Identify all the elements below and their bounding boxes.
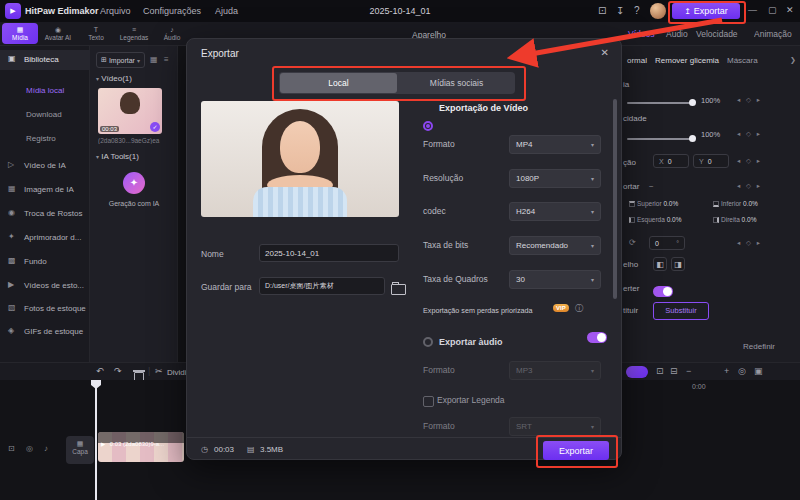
rotation-field[interactable]: 0 ° (649, 236, 685, 250)
crop-right-cell[interactable]: Direita 0.0% (713, 216, 756, 223)
sidebar-item-download[interactable]: Download (26, 110, 62, 119)
flip-horizontal-icon[interactable]: ◧ (653, 257, 667, 271)
rotate-icon[interactable]: ⟳ (629, 238, 636, 247)
sidebar-item-video-ia[interactable]: ▷ Vídeo de IA (0, 158, 90, 178)
crop-keyframe-controls[interactable]: ◂ ◇ ▸ (737, 182, 762, 190)
sidebar-item-registro[interactable]: Registro (26, 134, 56, 143)
help-icon[interactable]: ? (634, 5, 640, 16)
redo-icon[interactable]: ↷ (114, 366, 122, 376)
resolution-select[interactable]: 1080P ▾ (509, 169, 601, 188)
sidebar-item-midia-local[interactable]: Mídia local (26, 86, 64, 95)
panel-tab-videos[interactable]: Vídeos (628, 29, 654, 39)
avatar[interactable] (650, 3, 666, 19)
rotation-keyframe-controls[interactable]: ◂ ◇ ▸ (737, 239, 762, 247)
export-button-dialog[interactable]: Exportar (543, 441, 609, 460)
panel-tab-animacao[interactable]: Animação (754, 29, 798, 39)
invert-toggle[interactable] (653, 286, 673, 297)
sidebar-item-gifs-estoque[interactable]: ◈ GIFs de estoque (0, 324, 90, 344)
dialog-scrollbar[interactable] (613, 99, 617, 299)
close-window-button[interactable]: ✕ (786, 5, 794, 15)
sidebar-item-videos-estoque[interactable]: ▶ Vídeos de esto... (0, 278, 90, 298)
preview-mode-toggle[interactable] (626, 366, 648, 378)
menu-arquivo[interactable]: Arquivo (100, 6, 131, 16)
redefinir-link[interactable]: Redefinir (743, 342, 775, 351)
sidebar-item-biblioteca[interactable]: ▣ Biblioteca (0, 50, 90, 70)
sidebar-item-fotos-estoque[interactable]: ▧ Fotos de estoque (0, 301, 90, 321)
dialog-tab-midias-sociais[interactable]: Mídias sociais (398, 72, 515, 94)
undo-icon[interactable]: ↶ (96, 366, 104, 376)
scale-slider[interactable] (627, 138, 693, 140)
codec-select[interactable]: H264 ▾ (509, 202, 601, 221)
zoom-out-icon[interactable]: − (686, 366, 691, 376)
opacity-slider[interactable] (627, 102, 693, 104)
opacity-keyframe-controls[interactable]: ◂ ◇ ▸ (737, 96, 762, 104)
position-x-field[interactable]: X 0 (653, 154, 689, 168)
scale-keyframe-controls[interactable]: ◂ ◇ ▸ (737, 130, 762, 138)
list-view-icon[interactable]: ≡ (164, 55, 169, 64)
panel-tab-velocidade[interactable]: Velocidade (696, 29, 738, 39)
crop-collapse-icon[interactable]: − (649, 182, 654, 191)
video-export-radio[interactable] (423, 121, 433, 131)
ai-tools-group-header[interactable]: ▾ IA Tools(1) (96, 152, 139, 161)
split-scissors-icon[interactable]: ✂ (155, 366, 163, 376)
grid-view-icon[interactable]: ▦ (150, 55, 158, 64)
tab-midia[interactable]: ▦ Mídia (2, 23, 38, 44)
framerate-select[interactable]: 30 ▾ (509, 270, 601, 289)
menu-configuracoes[interactable]: Configurações (143, 6, 201, 16)
track-audio-icon[interactable]: ♪ (44, 444, 48, 453)
minimize-button[interactable]: — (748, 5, 757, 15)
ai-generation-card[interactable]: ✦ Geração com IA (100, 168, 168, 224)
track-eye-icon[interactable]: ◎ (26, 444, 33, 453)
sidebar-item-aprimorador[interactable]: ✦ Aprimorador d... (0, 230, 90, 250)
maximize-button[interactable]: ▢ (768, 5, 777, 15)
flip-vertical-icon[interactable]: ◨ (671, 257, 685, 271)
info-icon[interactable]: ⓘ (575, 303, 583, 314)
export-button-top[interactable]: ↥ Exportar (672, 3, 740, 19)
panel-tab-audio[interactable]: Áudio (666, 29, 688, 39)
subtab-remover[interactable]: Remover glicemia (655, 56, 719, 65)
save-path-input[interactable]: D:/user/桌面/图片素材 (259, 277, 385, 295)
browse-folder-icon[interactable] (391, 284, 406, 295)
dialog-tab-local[interactable]: Local (280, 73, 397, 93)
cover-button[interactable]: ▦ Capa (66, 436, 94, 464)
panel-layout-icon[interactable]: ⊡ (598, 5, 606, 16)
crop-top-cell[interactable]: Superior 0.0% (629, 200, 678, 207)
substituir-button[interactable]: Substituir (653, 302, 709, 320)
locate-playhead-icon[interactable]: ◎ (738, 366, 746, 376)
name-input[interactable]: 2025-10-14_01 (259, 244, 399, 262)
crop-left-cell[interactable]: Esquerda 0.0% (629, 216, 681, 223)
playhead[interactable] (95, 380, 97, 500)
compact-tracks-icon[interactable]: ⊟ (670, 366, 678, 376)
lossless-toggle[interactable] (587, 332, 607, 343)
timeline-clip[interactable]: ▶ 0:03 (2da0830)9-a... (98, 432, 184, 462)
video-group-header[interactable]: ▾ Vídeo(1) (96, 74, 132, 83)
selected-check-icon[interactable]: ✓ (150, 122, 160, 132)
audio-export-radio[interactable] (423, 337, 433, 347)
tab-audio[interactable]: ♪ Áudio (154, 23, 190, 44)
fit-timeline-icon[interactable]: ▣ (754, 366, 763, 376)
download-icon[interactable]: ↧ (616, 5, 624, 16)
media-thumbnail[interactable]: 00:03 ✓ (98, 88, 162, 134)
format-select[interactable]: MP4 ▾ (509, 135, 601, 154)
dialog-close-icon[interactable]: ✕ (601, 47, 609, 58)
position-keyframe-controls[interactable]: ◂ ◇ ▸ (737, 157, 762, 165)
playhead-handle[interactable] (91, 380, 101, 389)
menu-ajuda[interactable]: Ajuda (215, 6, 238, 16)
tab-texto[interactable]: T Texto (78, 23, 114, 44)
sidebar-item-imagem-ia[interactable]: ▦ Imagem de IA (0, 182, 90, 202)
import-button[interactable]: ⊞ Importar ▾ (96, 52, 145, 68)
sidebar-item-fundo[interactable]: ▩ Fundo (0, 254, 90, 274)
bitrate-select[interactable]: Recomendado ▾ (509, 236, 601, 255)
tab-avatar-ai[interactable]: ◉ Avatar AI (40, 23, 76, 44)
position-y-field[interactable]: Y 0 (693, 154, 729, 168)
overlay-tracks-icon[interactable]: ⊡ (656, 366, 664, 376)
subtab-mascara[interactable]: Máscara (727, 56, 758, 65)
track-sticker-icon[interactable]: ⊡ (8, 444, 15, 453)
tab-legendas[interactable]: ≡ Legendas (116, 23, 152, 44)
sidebar-item-troca-rostos[interactable]: ◉ Troca de Rostos (0, 206, 90, 226)
zoom-in-icon[interactable]: + (724, 366, 729, 376)
subtab-normal[interactable]: ormal (627, 56, 647, 65)
crop-bottom-cell[interactable]: Inferior 0.0% (713, 200, 758, 207)
subtabs-chevron-icon[interactable]: ❯ (790, 56, 796, 64)
subtitle-export-checkbox[interactable] (423, 396, 434, 407)
